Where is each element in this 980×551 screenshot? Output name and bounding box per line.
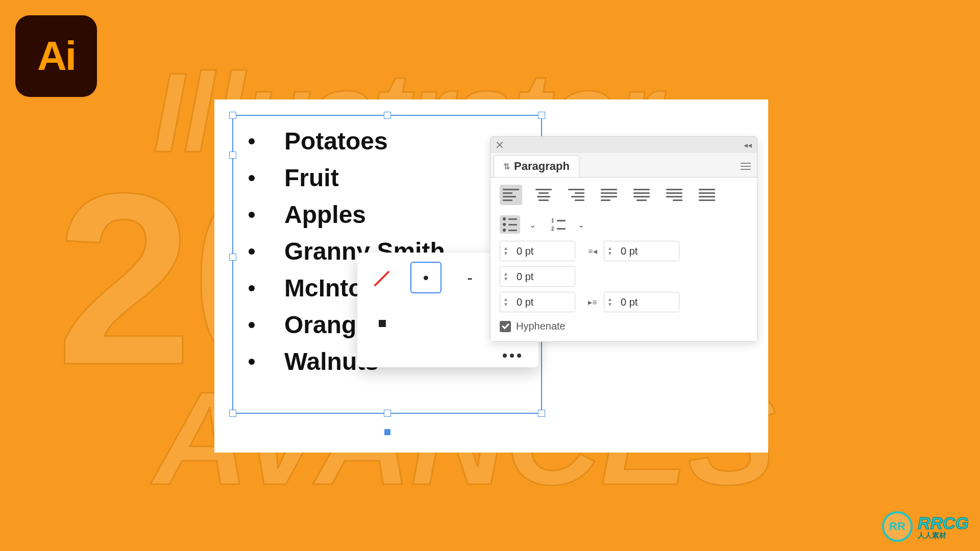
- tab-paragraph[interactable]: ⇅ Paragraph: [494, 155, 579, 177]
- bullet-option-square[interactable]: [366, 308, 398, 339]
- list-item[interactable]: Apples: [249, 196, 526, 233]
- hyphenate-label: Hyphenate: [516, 320, 566, 332]
- first-line-indent-value: 0 pt: [511, 271, 575, 283]
- align-center-button[interactable]: [532, 185, 555, 205]
- left-indent-value: 0 pt: [511, 245, 575, 257]
- align-left-button[interactable]: [500, 185, 522, 205]
- justify-last-center-button[interactable]: [630, 185, 653, 205]
- first-line-indent-input[interactable]: ▲▼ 0 pt: [500, 266, 575, 287]
- justify-last-right-button[interactable]: [663, 185, 685, 205]
- watermark-logo-icon: RR: [882, 511, 913, 542]
- list-item-label: Apples: [284, 196, 366, 233]
- list-item[interactable]: Fruit: [249, 160, 526, 196]
- resize-handle-top-right[interactable]: [538, 112, 545, 119]
- overflow-handle-left-1[interactable]: [229, 152, 236, 159]
- bullet-option-disc[interactable]: •: [410, 262, 441, 293]
- space-after-value: 0 pt: [616, 296, 679, 308]
- left-indent-input[interactable]: ▲▼ 0 pt: [500, 241, 575, 261]
- list-item[interactable]: Potatoes: [249, 123, 526, 160]
- resize-handle-top-left[interactable]: [229, 112, 236, 119]
- bullet-icon: [249, 248, 255, 255]
- bullet-more-options-button[interactable]: [366, 354, 529, 358]
- align-right-button[interactable]: [565, 185, 587, 205]
- bullet-icon: [249, 175, 255, 181]
- space-after-icon: ▸≡: [585, 295, 600, 309]
- illustrator-logo-text: Ai: [37, 33, 75, 80]
- bullet-icon: [249, 285, 255, 291]
- bullet-icon: [249, 359, 255, 365]
- stepper-icon[interactable]: ▲▼: [500, 246, 511, 256]
- panel-body: ⌄ 1 2 ⌄ ▲▼ 0 pt ≡◂ ▲▼: [491, 177, 757, 341]
- numbered-list-button[interactable]: 1 2: [548, 215, 569, 234]
- origin-indicator: [384, 429, 390, 435]
- right-indent-input[interactable]: ▲▼ 0 pt: [604, 241, 679, 261]
- watermark-big: RRCG: [918, 514, 969, 532]
- bullet-icon: [249, 322, 255, 328]
- stepper-icon[interactable]: ▲▼: [500, 297, 511, 307]
- bullet-icon: [249, 212, 255, 218]
- stepper-icon[interactable]: ▲▼: [604, 246, 616, 256]
- bullet-option-none[interactable]: [366, 262, 397, 293]
- paragraph-panel: ◂◂ ⇅ Paragraph: [490, 136, 757, 342]
- expand-icon: ⇅: [503, 162, 510, 171]
- numbered-list-dropdown-icon[interactable]: ⌄: [578, 220, 584, 230]
- illustrator-logo: Ai: [15, 15, 97, 97]
- hyphenate-checkbox[interactable]: [500, 321, 511, 332]
- resize-handle-bottom-middle[interactable]: [384, 410, 391, 417]
- resize-handle-bottom-right[interactable]: [538, 410, 545, 417]
- close-icon[interactable]: [496, 141, 504, 149]
- list-item-label: Potatoes: [284, 123, 388, 160]
- resize-handle-bottom-left[interactable]: [229, 410, 236, 417]
- space-before-input[interactable]: ▲▼ 0 pt: [500, 292, 575, 312]
- bullet-icon: [249, 138, 255, 144]
- right-indent-value: 0 pt: [616, 245, 679, 257]
- panel-title: Paragraph: [514, 160, 570, 173]
- panel-header[interactable]: ◂◂: [491, 137, 757, 153]
- panel-menu-icon[interactable]: [741, 163, 751, 170]
- stepper-icon[interactable]: ▲▼: [500, 271, 511, 282]
- list-item-label: Fruit: [284, 160, 339, 196]
- stepper-icon[interactable]: ▲▼: [604, 297, 616, 307]
- bulleted-list-dropdown-icon[interactable]: ⌄: [529, 220, 536, 230]
- justify-all-button[interactable]: [696, 185, 718, 205]
- resize-handle-top-middle[interactable]: [384, 112, 391, 119]
- watermark: RR RRCG 人人素材: [882, 511, 969, 542]
- justify-last-left-button[interactable]: [598, 185, 620, 205]
- overflow-handle-left-2[interactable]: [229, 254, 236, 261]
- watermark-small: 人人素材: [918, 532, 969, 539]
- bulleted-list-button[interactable]: [500, 215, 520, 234]
- bullet-option-hyphen[interactable]: -: [455, 262, 485, 293]
- space-before-value: 0 pt: [511, 296, 575, 308]
- document-canvas: Potatoes Fruit Apples Granny Smith McInt…: [214, 99, 768, 453]
- collapse-icon[interactable]: ◂◂: [744, 140, 752, 150]
- space-after-input[interactable]: ▲▼ 0 pt: [604, 292, 679, 312]
- right-indent-icon: ≡◂: [585, 244, 600, 258]
